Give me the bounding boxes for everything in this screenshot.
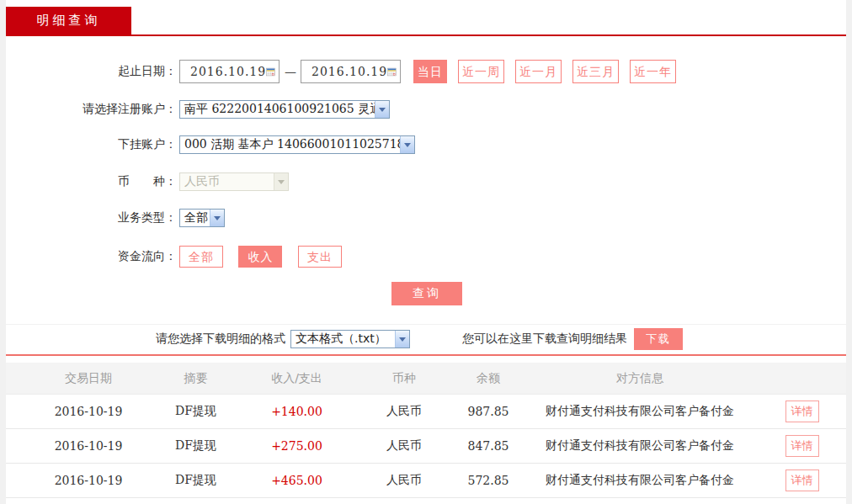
start-date-value: 2016.10.19	[190, 65, 266, 78]
cell-amount: +140.00	[240, 405, 354, 418]
end-date-input[interactable]: 2016.10.19	[301, 60, 401, 83]
download-hint-text: 您可以在这里下载查询明细结果	[462, 332, 627, 347]
table-row: 2016-10-19 DF提现 +275.00 人民币 847.85 财付通支付…	[6, 429, 846, 464]
sub-account-select[interactable]: 000 活期 基本户 1406600101102571848	[179, 135, 415, 154]
download-button[interactable]: 下载	[634, 328, 683, 350]
download-format-label: 请您选择下载明细的格式	[156, 332, 285, 347]
calendar-icon[interactable]	[266, 64, 275, 80]
detail-button[interactable]: 详情	[785, 470, 819, 491]
query-button[interactable]: 查询	[391, 282, 462, 305]
cell-balance: 987.85	[455, 405, 522, 418]
quick-range-month-button[interactable]: 近一月	[515, 60, 562, 83]
fund-flow-options: 全部 收入 支出	[179, 246, 354, 268]
cell-balance: 847.85	[455, 439, 522, 453]
currency-row: 币 种： 人民币	[6, 172, 846, 191]
cell-amount: +275.00	[240, 439, 354, 453]
chevron-down-icon	[274, 173, 288, 190]
cell-amount: +465.00	[240, 474, 354, 487]
download-format-select[interactable]: 文本格式（.txt）	[290, 330, 410, 348]
quick-range-quarter-button[interactable]: 近三月	[572, 60, 619, 83]
detail-query-page: 明细查询 起止日期： 2016.10.19 — 2016.10.19	[6, 0, 846, 504]
register-account-label: 请选择注册账户：	[6, 102, 177, 117]
tab-detail-query[interactable]: 明细查询	[6, 7, 131, 34]
table-row: 2016-10-19 DF提现 +140.00 人民币 987.85 财付通支付…	[6, 395, 846, 429]
quick-range-week-button[interactable]: 近一周	[458, 60, 504, 83]
header-trade-date: 交易日期	[25, 371, 152, 386]
currency-label: 币 种：	[6, 174, 177, 189]
date-range-label: 起止日期：	[6, 64, 177, 79]
date-range-row: 起止日期： 2016.10.19 — 2016.10.19	[6, 60, 846, 83]
sub-account-value: 000 活期 基本户 1406600101102571848	[180, 137, 400, 152]
cell-balance: 572.85	[455, 474, 522, 487]
cell-counterparty: 财付通支付科技有限公司客户备付金	[522, 404, 758, 419]
cell-summary: DF提现	[152, 404, 240, 419]
fund-flow-income-button[interactable]: 收入	[238, 246, 282, 268]
chevron-down-icon	[375, 101, 389, 118]
cell-counterparty: 财付通支付科技有限公司客户备付金	[522, 473, 758, 488]
business-type-row: 业务类型： 全部	[6, 209, 846, 227]
business-type-select[interactable]: 全部	[179, 209, 225, 227]
header-counterparty: 对方信息	[522, 371, 758, 386]
quick-range-today-button[interactable]: 当日	[413, 60, 447, 83]
cell-trade-date: 2016-10-19	[25, 439, 152, 453]
cell-currency: 人民币	[354, 473, 455, 488]
detail-button[interactable]: 详情	[785, 435, 819, 457]
cell-trade-date: 2016-10-19	[25, 405, 152, 418]
start-date-input[interactable]: 2016.10.19	[179, 60, 280, 83]
cell-summary: DF提现	[152, 473, 240, 488]
results-table: 交易日期 摘要 收入/支出 币种 余额 对方信息 2016-10-19 DF提现…	[6, 363, 846, 498]
header-summary: 摘要	[152, 371, 240, 386]
cell-trade-date: 2016-10-19	[25, 474, 152, 487]
register-account-row: 请选择注册账户： 南平 6222001406100921065 灵通卡	[6, 100, 846, 119]
detail-button[interactable]: 详情	[785, 401, 819, 422]
cell-currency: 人民币	[354, 404, 455, 419]
table-header-row: 交易日期 摘要 收入/支出 币种 余额 对方信息	[6, 363, 846, 395]
fund-flow-expense-button[interactable]: 支出	[298, 246, 342, 268]
calendar-icon[interactable]	[387, 64, 397, 80]
register-account-select[interactable]: 南平 6222001406100921065 灵通卡	[179, 100, 390, 119]
sub-account-label: 下挂账户：	[6, 137, 177, 152]
chevron-down-icon	[395, 331, 409, 347]
download-bar: 请您选择下载明细的格式 文本格式（.txt） 您可以在这里下载查询明细结果 下载	[6, 324, 846, 356]
chevron-down-icon	[210, 210, 224, 226]
tab-bar: 明细查询	[6, 0, 846, 36]
chevron-down-icon	[400, 136, 414, 153]
header-currency: 币种	[354, 371, 455, 386]
cell-summary: DF提现	[152, 438, 240, 454]
sub-account-row: 下挂账户： 000 活期 基本户 1406600101102571848	[6, 135, 846, 154]
table-row: 2016-10-19 DF提现 +465.00 人民币 572.85 财付通支付…	[6, 464, 846, 498]
query-row: 查询	[6, 282, 846, 305]
end-date-value: 2016.10.19	[312, 65, 387, 78]
download-format-value: 文本格式（.txt）	[291, 332, 395, 347]
business-type-value: 全部	[180, 210, 210, 225]
cell-counterparty: 财付通支付科技有限公司客户备付金	[522, 438, 758, 454]
quick-range-year-button[interactable]: 近一年	[630, 60, 676, 83]
register-account-value: 南平 6222001406100921065 灵通卡	[180, 102, 375, 117]
header-balance: 余额	[455, 371, 522, 386]
header-income-expense: 收入/支出	[240, 371, 354, 386]
fund-flow-label: 资金流向：	[6, 249, 177, 264]
fund-flow-row: 资金流向： 全部 收入 支出	[6, 246, 846, 268]
currency-select: 人民币	[179, 172, 289, 191]
fund-flow-all-button[interactable]: 全部	[179, 246, 223, 268]
currency-value: 人民币	[180, 174, 274, 189]
business-type-label: 业务类型：	[6, 210, 177, 225]
cell-currency: 人民币	[354, 438, 455, 454]
date-range-separator: —	[285, 65, 296, 78]
